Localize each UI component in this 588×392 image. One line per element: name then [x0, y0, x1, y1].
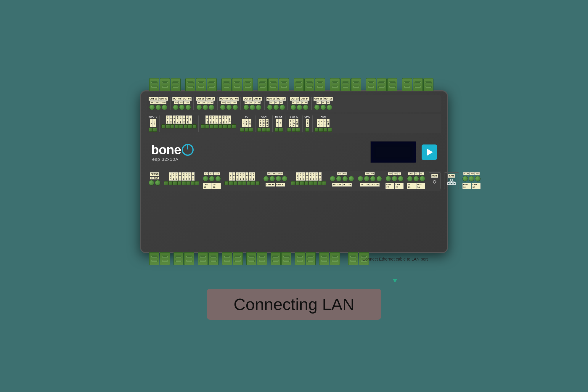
out-23-24: NO NO OUT 23 OUT 24 — [330, 172, 354, 187]
in-01-07-section: IN 01 IN 02 IN 03 IN 04 IN 05 IN 06 IN 0… — [161, 115, 197, 132]
outputs-top-row: OUT 01 OUT 02 NO NO COM — [147, 95, 441, 112]
out02-label: OUT 02 — [158, 97, 168, 101]
arrow-head — [393, 279, 397, 283]
out-11-12: OUT 11 OUT 12 NO NO N — [266, 97, 286, 110]
onewire-section: 1-WIRE +3.3V 1-WR GND — [287, 115, 300, 132]
power-block: POWER + GND — [149, 172, 160, 189]
out01-label: OUT 01 — [149, 97, 158, 101]
inputs-power-section: INPUTS + GND — [149, 115, 157, 132]
out-03-04: OUT 03 OUT 04 NO NO COM — [172, 97, 192, 110]
lan-icon — [447, 179, 456, 186]
board-layout: OUT 01 OUT 02 NO NO COM — [141, 91, 447, 195]
usb-icon: ⭘ — [432, 179, 438, 185]
pcb-board: OUT 01 OUT 02 NO NO COM — [140, 90, 448, 253]
annotation-text: Connect Ethernet cable to LAN port — [362, 257, 428, 261]
screw-01 — [149, 105, 155, 110]
out-07-08: OUT 07 OUT 08 NO NO COM — [219, 97, 239, 110]
branding-section: bone esp 32x10A — [147, 136, 441, 168]
in-29-35-section: VDD IN 29 IN 30 IN 31 IN 32 IN 33 IN 34 … — [291, 172, 326, 189]
bottom-section: POWER + GND VDD IN — [147, 171, 441, 191]
banner-title: Connecting LAN — [234, 295, 354, 314]
logo-subtitle: esp 32x10A — [152, 157, 195, 162]
screw-03 — [162, 105, 167, 110]
in-22-28-section: VDD IN 22 IN 23 IN 24 IN 25 IN 26 IN 27 … — [224, 172, 260, 189]
out01-com: COM — [160, 101, 166, 104]
inputs-row: INPUTS + GND IN 01 — [147, 114, 441, 133]
out-05-06: OUT 05 OUT 06 NO NO COM — [196, 97, 215, 110]
usb-block: USB ⭘ — [429, 172, 441, 189]
right-controls — [370, 141, 437, 163]
boneio-logo: bone esp 32x10A — [151, 142, 195, 162]
out01-no: NO — [150, 101, 155, 104]
in-08-14-section: IN 08 IN 09 IN 10 IN 11 IN 12 IN 13 IN 1… — [201, 115, 236, 132]
oled-display — [370, 141, 416, 163]
main-container: OUT 01 OUT 02 NO NO COM — [140, 73, 448, 320]
svg-rect-5 — [453, 183, 456, 184]
title-banner: Connecting LAN — [207, 289, 381, 320]
in-15-21-section: VDD IN 15 IN 16 IN 17 IN 18 IN 19 IN 20 … — [164, 172, 199, 189]
out-01-02: OUT 01 OUT 02 NO NO COM — [149, 97, 168, 110]
play-icon — [427, 149, 433, 156]
out02-no: NO — [155, 101, 160, 104]
out-15-16: OUT 15 OUT 16 NO NO M — [314, 97, 333, 110]
gpio-section: GPIO GPIO — [304, 115, 310, 132]
out-19-22: NO NO COM OUT 19 OUT 20 OUT 21 — [263, 172, 287, 189]
out-25-26: NO NO OUT 25 OUT 26 — [358, 172, 382, 189]
play-button[interactable] — [422, 144, 437, 160]
out-17-18: NO NO COM OUT 17 OUT 18 — [203, 172, 221, 189]
logo-text: bone — [151, 142, 181, 157]
lan-block: LAN — [444, 172, 459, 189]
out-31-32: COM NO NO OUT 31 OUT 32 — [462, 172, 481, 189]
power-icon — [181, 143, 195, 157]
svg-rect-3 — [447, 183, 450, 184]
out-27-28: NO NO M OUT 27 OUT 28 — [385, 172, 404, 189]
screw-02 — [155, 105, 161, 110]
i2c-section: I²C GND SCL SDA — [240, 115, 253, 132]
inputs-title: INPUTS — [149, 115, 157, 118]
annotation: Connect Ethernet cable to LAN port — [362, 257, 428, 283]
out-09-10: OUT 09 OUT 10 NO NO COM — [243, 97, 262, 110]
out-13-14: OUT 13 OUT 14 NO NO COM — [290, 97, 309, 110]
can-section: CAN CANH CANL GNDB — [257, 115, 270, 132]
adc-section: ADC A_1 A_2 A_2 GND — [314, 115, 332, 132]
arrow-line — [395, 263, 395, 279]
top-terminal-strip — [141, 78, 447, 91]
svg-rect-2 — [450, 179, 453, 181]
rs485-section: RS485 B- A+ — [274, 115, 283, 132]
out-29-30: COM NO NO OUT 29 OUT 30 — [407, 172, 425, 189]
svg-rect-4 — [450, 183, 453, 184]
